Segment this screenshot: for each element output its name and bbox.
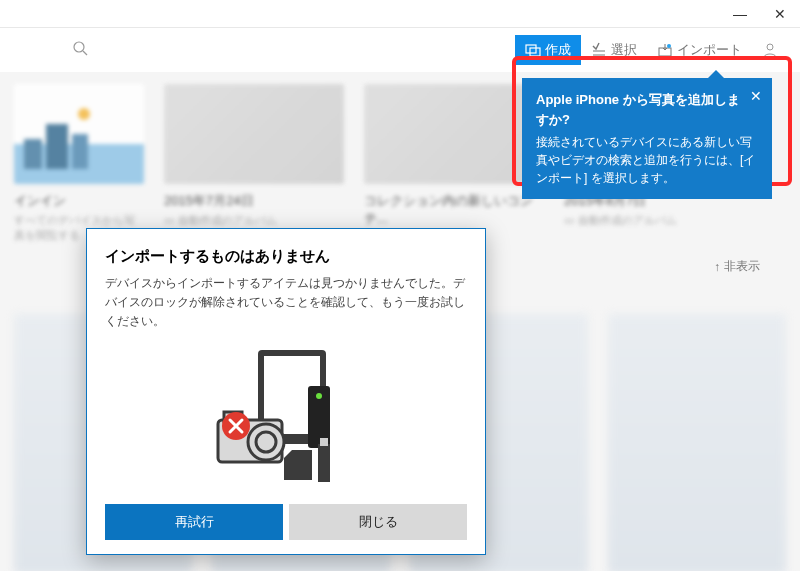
svg-rect-9 xyxy=(24,139,42,169)
svg-rect-2 xyxy=(526,45,536,53)
city-icon xyxy=(14,84,144,184)
minimize-button[interactable]: — xyxy=(720,0,760,28)
thumbnail xyxy=(164,84,344,184)
tooltip-body: 接続されているデバイスにある新しい写真やビデオの検索と追加を行うには、[インポー… xyxy=(536,133,758,187)
dialog-body: デバイスからインポートするアイテムは見つかりませんでした。デバイスのロックが解除… xyxy=(105,274,467,332)
import-tip-tooltip: ✕ Apple iPhone から写真を追加しますか? 接続されているデバイスに… xyxy=(522,78,772,199)
account-icon[interactable] xyxy=(752,36,788,64)
svg-rect-10 xyxy=(46,124,68,169)
svg-point-19 xyxy=(248,424,284,460)
close-window-button[interactable]: ✕ xyxy=(760,0,800,28)
card-collection[interactable]: コレクション内の新しいコンテ... ⇩インポート済み xyxy=(364,84,544,244)
card-title: 2015年7月24日 xyxy=(164,192,344,210)
select-button[interactable]: 選択 xyxy=(581,35,647,65)
thumbnail xyxy=(364,84,544,184)
select-label: 選択 xyxy=(611,41,637,59)
hide-button[interactable]: ↑ 非表示 xyxy=(714,258,760,275)
svg-point-16 xyxy=(316,393,322,399)
devices-illustration xyxy=(105,346,467,486)
svg-line-1 xyxy=(83,51,87,55)
close-button[interactable]: 閉じる xyxy=(289,504,467,540)
dialog-title: インポートするものはありません xyxy=(105,247,467,266)
import-button[interactable]: インポート xyxy=(647,35,752,65)
card-title: インイン xyxy=(14,192,144,210)
create-label: 作成 xyxy=(545,41,571,59)
hide-label: 非表示 xyxy=(724,258,760,275)
tooltip-close-icon[interactable]: ✕ xyxy=(750,86,762,107)
create-button[interactable]: 作成 xyxy=(515,35,581,65)
svg-rect-21 xyxy=(318,444,330,482)
card-album-1[interactable]: 2015年7月24日 ▭自動作成のアルバム xyxy=(164,84,344,244)
card-title: コレクション内の新しいコンテ... xyxy=(364,192,544,228)
svg-point-0 xyxy=(74,42,84,52)
card-subtitle: 自動作成のアルバム xyxy=(578,213,677,228)
main-toolbar: 作成 選択 インポート xyxy=(0,28,800,72)
svg-point-8 xyxy=(767,44,773,50)
svg-rect-22 xyxy=(320,438,328,446)
retry-button[interactable]: 再試行 xyxy=(105,504,283,540)
card-subtitle: 自動作成のアルバム xyxy=(178,213,277,228)
tooltip-title: Apple iPhone から写真を追加しますか? xyxy=(536,90,758,129)
svg-rect-3 xyxy=(530,48,540,56)
svg-point-7 xyxy=(667,44,671,48)
import-empty-dialog: インポートするものはありません デバイスからインポートするアイテムは見つかりませ… xyxy=(86,228,486,555)
album-icon: ▭ xyxy=(164,214,174,227)
svg-point-12 xyxy=(78,108,90,120)
chevron-up-icon: ↑ xyxy=(714,260,720,274)
search-icon[interactable] xyxy=(72,40,88,60)
svg-rect-11 xyxy=(72,134,88,169)
album-icon: ▭ xyxy=(564,214,574,227)
window-titlebar: — ✕ xyxy=(0,0,800,28)
import-label: インポート xyxy=(677,41,742,59)
card-signin[interactable]: インイン すべてのデバイスから写真を閲覧する xyxy=(14,84,144,244)
